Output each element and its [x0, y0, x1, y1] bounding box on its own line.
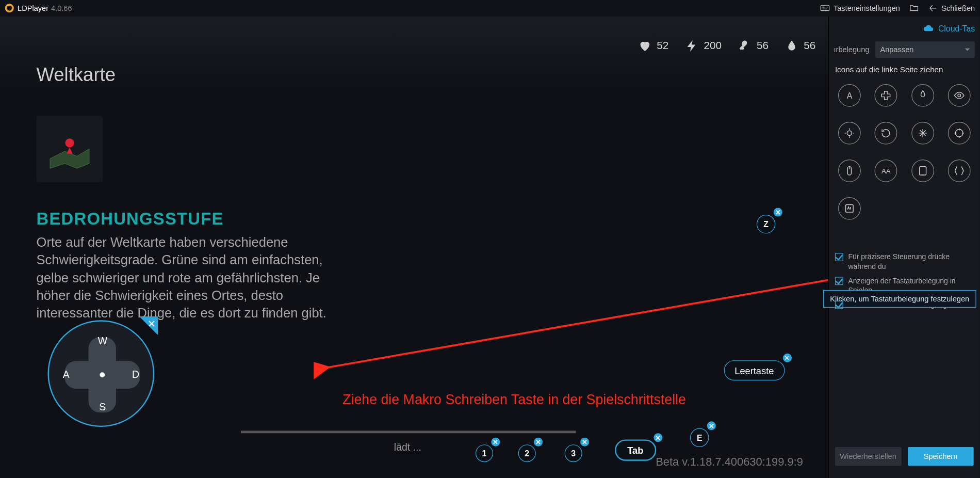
- app-name: LDPlayer: [18, 4, 48, 12]
- cloud-sync-button[interactable]: Cloud-Tas: [923, 23, 975, 34]
- mouse-icon[interactable]: [838, 160, 861, 182]
- multi-key-icon[interactable]: AA: [875, 160, 897, 182]
- dpad-left-key[interactable]: A: [63, 369, 70, 380]
- close-icon[interactable]: ✕: [707, 421, 716, 430]
- stat-health: 52: [638, 39, 669, 53]
- dpad-up-key[interactable]: W: [98, 336, 107, 347]
- checkbox-precise-control[interactable]: Für präzisere Steuerung drücke während d…: [835, 252, 974, 271]
- keymap-settings-button[interactable]: Tasteneinstellungen: [820, 3, 900, 13]
- version-text: Beta v.1.18.7.400630:199.9:9: [656, 456, 803, 469]
- loading-bar: [241, 431, 576, 433]
- tap-key-icon[interactable]: A: [838, 84, 861, 107]
- svg-point-5: [847, 131, 852, 135]
- shooting-mode-icon[interactable]: [911, 122, 934, 145]
- close-icon[interactable]: ✕: [782, 354, 791, 362]
- app-version: 4.0.66: [51, 4, 72, 12]
- stat-water: 56: [785, 39, 816, 53]
- meat-icon: [738, 39, 752, 53]
- dpad-control[interactable]: W S A D ✕: [47, 320, 154, 427]
- write-macro-icon[interactable]: [838, 197, 861, 220]
- cloud-label: Cloud-Tas: [938, 24, 975, 33]
- free-look-icon[interactable]: [875, 122, 897, 145]
- close-icon[interactable]: ✕: [580, 438, 589, 447]
- dpad-close-button[interactable]: ✕: [139, 316, 158, 335]
- close-icon[interactable]: ✕: [534, 438, 543, 447]
- key-bubble-1[interactable]: 1✕: [476, 444, 493, 462]
- tooltip: Klicken, um Tastaturbelegung festzulegen: [823, 290, 976, 308]
- stat-energy: 200: [685, 39, 722, 53]
- keyboard-icon: [820, 3, 829, 13]
- svg-line-3: [325, 280, 828, 368]
- titlebar: LDPlayer 4.0.66 Tasteneinstellungen Schl…: [0, 0, 980, 17]
- close-icon[interactable]: ✕: [491, 438, 500, 447]
- svg-rect-0: [821, 6, 829, 11]
- keymap-side-panel: Cloud-Tas ırbelegung Anpassen Icons auf …: [828, 17, 980, 478]
- stat-food: 56: [738, 39, 769, 53]
- macro-icon[interactable]: [948, 160, 971, 182]
- close-button[interactable]: Schließen: [927, 3, 975, 13]
- app-logo-icon: [5, 4, 14, 12]
- key-bubble-z[interactable]: Z✕: [757, 215, 775, 233]
- svg-rect-8: [919, 167, 926, 175]
- fire-key-icon[interactable]: [911, 84, 934, 107]
- dpad-right-key[interactable]: D: [132, 369, 139, 380]
- checkbox-icon: [835, 300, 843, 309]
- close-icon[interactable]: ✕: [654, 433, 662, 442]
- restore-button[interactable]: Wiederherstellen: [835, 447, 901, 466]
- checkbox-icon: [835, 253, 843, 261]
- cloud-icon: [923, 23, 935, 34]
- profile-select[interactable]: Anpassen: [875, 41, 975, 58]
- gravity-sensor-icon[interactable]: [838, 122, 861, 145]
- loading-text: lädt ...: [394, 442, 421, 453]
- key-bubble-e[interactable]: E✕: [690, 428, 709, 447]
- threat-title: BEDROHUNGSSTUFE: [37, 210, 224, 229]
- keymap-icon-palette: A AA: [829, 78, 980, 226]
- back-arrow-icon: [927, 3, 937, 13]
- close-label: Schließen: [941, 4, 975, 12]
- key-bubble-space[interactable]: Leertaste✕: [724, 360, 785, 380]
- map-icon: [45, 124, 94, 173]
- svg-point-2: [65, 138, 74, 147]
- stats-bar: 52 200 56 56: [638, 39, 815, 53]
- game-viewport[interactable]: Weltkarte 52 200 56 56 BEDROHUNGSSTUFE O…: [0, 17, 828, 478]
- dpad-icon[interactable]: [875, 84, 897, 107]
- close-icon[interactable]: ✕: [774, 208, 782, 217]
- folder-icon: [909, 3, 919, 13]
- svg-point-6: [955, 130, 963, 137]
- drag-hint-text: Icons auf die linke Seite ziehen: [829, 63, 980, 78]
- moba-skill-icon[interactable]: [911, 160, 934, 182]
- folder-button[interactable]: [909, 3, 919, 13]
- key-bubble-tab[interactable]: Tab✕: [615, 439, 656, 460]
- key-bubble-2[interactable]: 2✕: [518, 444, 536, 462]
- bolt-icon: [685, 39, 699, 53]
- save-button[interactable]: Speichern: [907, 447, 973, 466]
- sight-icon[interactable]: [948, 84, 971, 107]
- crosshair-icon[interactable]: [948, 122, 971, 145]
- dpad-down-key[interactable]: S: [99, 402, 106, 413]
- map-thumbnail[interactable]: [37, 116, 103, 182]
- annotation-text: Ziehe die Makro Schreiben Taste in der S…: [342, 392, 686, 408]
- belegung-label: ırbelegung: [834, 45, 870, 54]
- checkbox-icon: [835, 277, 843, 285]
- drop-icon: [785, 39, 799, 53]
- keymap-label: Tasteneinstellungen: [834, 4, 900, 12]
- threat-body: Orte auf der Weltkarte haben verschieden…: [37, 233, 356, 322]
- svg-point-4: [958, 94, 960, 97]
- page-title: Weltkarte: [37, 64, 116, 85]
- heart-icon: [638, 39, 652, 53]
- key-bubble-3[interactable]: 3✕: [565, 444, 582, 462]
